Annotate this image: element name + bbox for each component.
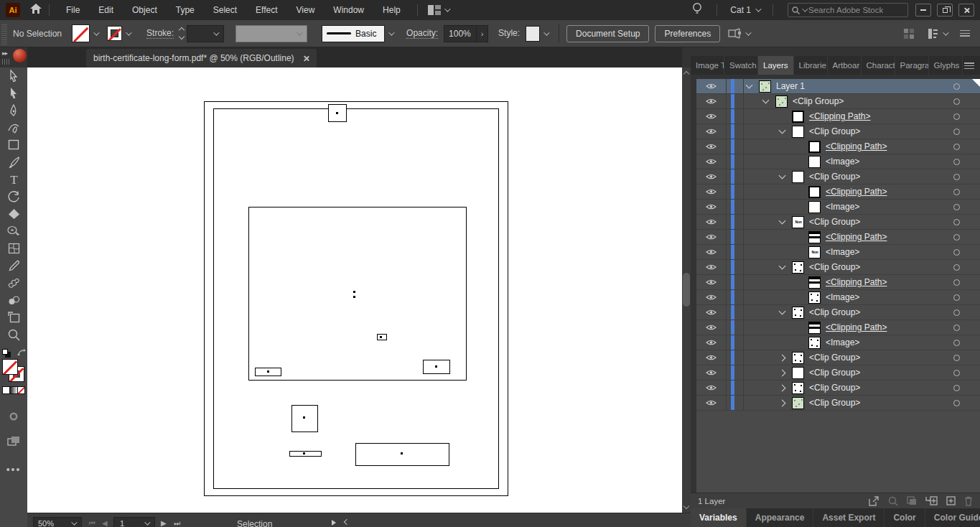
collapse-chevron-icon[interactable] xyxy=(762,97,770,104)
target-indicator[interactable] xyxy=(953,325,960,331)
collect-for-export-icon[interactable] xyxy=(869,496,879,506)
visibility-toggle[interactable] xyxy=(696,230,727,244)
more-tools-icon[interactable]: ••• xyxy=(4,461,24,478)
selection-tool[interactable] xyxy=(4,67,24,85)
artwork-anchor-dot[interactable] xyxy=(401,452,403,454)
fill-swatch[interactable] xyxy=(2,359,18,375)
layer-thumbnail[interactable] xyxy=(808,292,821,304)
preferences-button[interactable]: Preferences xyxy=(655,25,720,42)
target-indicator[interactable] xyxy=(953,83,960,90)
layer-thumbnail[interactable] xyxy=(792,367,804,379)
visibility-toggle[interactable] xyxy=(696,94,727,108)
expand-chevron-icon[interactable] xyxy=(779,384,786,391)
layer-thumbnail[interactable] xyxy=(792,307,804,319)
target-indicator[interactable] xyxy=(953,144,960,150)
rotate-tool[interactable] xyxy=(4,188,24,205)
blend-tool[interactable] xyxy=(4,292,24,309)
visibility-toggle[interactable] xyxy=(696,335,727,350)
artwork-anchor-dot[interactable] xyxy=(267,370,269,373)
target-indicator[interactable] xyxy=(953,400,960,406)
target-indicator[interactable] xyxy=(953,264,960,271)
panel-tab-color[interactable]: Color xyxy=(885,508,925,527)
visibility-toggle[interactable] xyxy=(696,185,727,199)
visibility-toggle[interactable] xyxy=(696,169,727,184)
artboard-navigation-dropdown[interactable]: 1 xyxy=(113,517,155,527)
visibility-toggle[interactable] xyxy=(696,350,727,365)
scroll-down-icon[interactable] xyxy=(683,503,689,509)
document-layout-icon[interactable] xyxy=(428,5,449,15)
layer-row[interactable]: <Clipping Path> xyxy=(696,185,980,200)
arrange-documents-icon[interactable] xyxy=(928,28,947,39)
artwork-rectangle[interactable] xyxy=(289,451,322,457)
collapse-chevron-icon[interactable] xyxy=(779,263,786,270)
panel-tab-paragra[interactable]: Paragra xyxy=(895,56,929,75)
layer-thumbnail[interactable] xyxy=(808,201,821,213)
layer-label[interactable]: <Clip Group> xyxy=(809,368,860,378)
none-button[interactable] xyxy=(18,387,24,393)
scroll-up-icon[interactable] xyxy=(683,71,689,77)
status-bar-back-icon[interactable] xyxy=(344,519,350,525)
layer-label[interactable]: <Clip Group> xyxy=(809,126,860,136)
layer-label[interactable]: <Image> xyxy=(826,292,859,302)
layer-thumbnail[interactable] xyxy=(792,352,804,364)
previous-artboard-icon[interactable]: ◀ xyxy=(102,519,108,527)
target-indicator[interactable] xyxy=(953,294,960,301)
artwork-anchor-dot[interactable] xyxy=(353,291,355,293)
rectangle-tool[interactable] xyxy=(4,136,24,154)
layer-thumbnail[interactable] xyxy=(792,126,804,138)
artwork-anchor-dot[interactable] xyxy=(303,416,305,419)
panel-tab-glyphs[interactable]: Glyphs xyxy=(929,56,963,75)
target-indicator[interactable] xyxy=(953,249,960,256)
menu-edit[interactable]: Edit xyxy=(89,0,123,20)
layer-row[interactable]: <Clip Group> xyxy=(696,350,980,365)
target-indicator[interactable] xyxy=(953,174,960,180)
target-indicator[interactable] xyxy=(953,159,960,165)
status-bar-arrow-icon[interactable] xyxy=(332,520,336,526)
visibility-toggle[interactable] xyxy=(696,139,727,154)
visibility-toggle[interactable] xyxy=(696,124,727,139)
collapse-chevron-icon[interactable] xyxy=(779,127,786,134)
layer-row[interactable]: <Clipping Path> xyxy=(696,139,980,154)
mesh-tool[interactable] xyxy=(4,240,24,257)
layer-label[interactable]: <Clipping Path> xyxy=(826,187,887,197)
panel-grip[interactable] xyxy=(1,23,7,45)
visibility-toggle[interactable] xyxy=(696,381,727,395)
menu-select[interactable]: Select xyxy=(204,0,246,20)
layer-label[interactable]: <Clipping Path> xyxy=(826,322,887,332)
layer-label[interactable]: <Clip Group> xyxy=(793,96,844,106)
home-icon[interactable] xyxy=(30,4,42,17)
target-indicator[interactable] xyxy=(953,189,960,195)
color-type-buttons[interactable] xyxy=(2,386,25,394)
layer-thumbnail[interactable] xyxy=(792,382,804,394)
workspace-switcher[interactable]: Cat 1 xyxy=(730,5,760,15)
visibility-toggle[interactable] xyxy=(696,320,727,335)
artwork-rectangle[interactable] xyxy=(377,334,387,340)
panel-tab-appearance[interactable]: Appearance xyxy=(747,508,814,527)
target-indicator[interactable] xyxy=(953,340,960,346)
stroke-color-dropdown[interactable] xyxy=(122,24,134,42)
last-artboard-icon[interactable]: ⏭ xyxy=(174,519,180,527)
target-indicator[interactable] xyxy=(953,129,960,135)
panel-grip[interactable] xyxy=(2,59,11,65)
layer-label[interactable]: <Clip Group> xyxy=(809,217,860,227)
layer-label[interactable]: Layer 1 xyxy=(776,81,805,91)
layer-thumbnail[interactable] xyxy=(808,322,821,334)
layer-thumbnail[interactable] xyxy=(808,337,821,349)
layer-label[interactable]: <Clipping Path> xyxy=(826,141,887,151)
layer-thumbnail[interactable] xyxy=(808,231,821,243)
layer-row[interactable]: <Clip Group> xyxy=(696,396,980,411)
visibility-toggle[interactable] xyxy=(696,109,727,123)
layer-label[interactable]: <Clip Group> xyxy=(809,262,860,272)
layer-row[interactable]: <Clipping Path> xyxy=(696,109,980,124)
graphic-style-dropdown[interactable] xyxy=(540,24,551,42)
brush-definition-dropdown[interactable] xyxy=(385,24,396,42)
panel-tab-swatch[interactable]: Swatch xyxy=(724,56,758,75)
layer-row[interactable]: <Clip Group> xyxy=(696,381,980,396)
new-sublayer-icon[interactable] xyxy=(925,496,938,505)
collapse-chevron-icon[interactable] xyxy=(779,218,786,225)
layer-thumbnail[interactable]: Non xyxy=(792,216,804,228)
layer-label[interactable]: <Image> xyxy=(826,247,859,257)
layer-row[interactable]: <Clip Group> xyxy=(696,305,980,320)
collapse-chevron-icon[interactable] xyxy=(779,172,786,179)
artwork-anchor-dot[interactable] xyxy=(380,336,382,338)
